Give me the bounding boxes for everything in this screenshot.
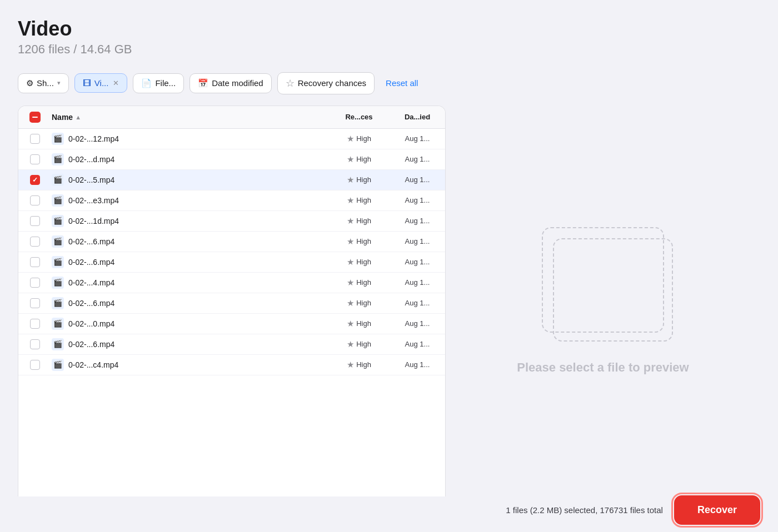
sort-arrow-icon: ▲ (75, 114, 81, 121)
row-checkbox[interactable] (18, 237, 52, 247)
page-header: Video 1206 files / 14.64 GB (18, 18, 760, 57)
date-value: Aug 1... (390, 340, 445, 348)
table-header: Name ▲ Re...ces Da...ied (18, 106, 445, 129)
recovery-value: ★ High (328, 154, 390, 164)
row-checkbox[interactable] (18, 195, 52, 205)
table-row[interactable]: 🎬0-02-...d.mp4★ HighAug 1... (18, 149, 445, 170)
file-icon: 📄 (141, 78, 152, 88)
checkbox[interactable] (30, 278, 40, 288)
date-value: Aug 1... (390, 217, 445, 225)
table-row[interactable]: 🎬0-02-...5.mp4★ HighAug 1... (18, 170, 445, 190)
date-value: Aug 1... (390, 278, 445, 287)
star-icon: ★ (347, 216, 354, 226)
checkbox[interactable] (30, 319, 40, 329)
file-type-icon: 🎬 (52, 359, 64, 371)
preview-placeholder (542, 227, 664, 333)
recovery-value: ★ High (328, 237, 390, 247)
row-checkbox[interactable] (18, 175, 52, 185)
file-type-icon: 🎬 (52, 277, 64, 289)
file-list-panel: Name ▲ Re...ces Da...ied 🎬0-02-...12.mp4… (18, 106, 446, 496)
recovery-value: ★ High (328, 339, 390, 349)
file-name: 🎬0-02-...c4.mp4 (52, 359, 328, 371)
date-value: Aug 1... (390, 319, 445, 328)
checkbox[interactable] (30, 339, 40, 349)
file-type-icon: 🎬 (52, 256, 64, 268)
file-name: 🎬0-02-...e3.mp4 (52, 194, 328, 207)
file-filter-button[interactable]: 📄 File... (133, 73, 184, 93)
checkbox[interactable] (30, 298, 40, 308)
row-checkbox[interactable] (18, 298, 52, 308)
file-name: 🎬0-02-...0.mp4 (52, 318, 328, 330)
recovery-value: ★ High (328, 175, 390, 185)
row-checkbox[interactable] (18, 319, 52, 329)
file-filter-label: File... (155, 78, 176, 88)
row-checkbox[interactable] (18, 154, 52, 164)
recovery-value: ★ High (328, 298, 390, 308)
show-filter-label: Sh... (37, 78, 54, 88)
date-filter-button[interactable]: 📅 Date modified (189, 73, 272, 93)
date-filter-label: Date modified (212, 78, 263, 88)
chevron-down-icon: ▾ (57, 79, 61, 87)
checkbox[interactable] (30, 360, 40, 370)
table-row[interactable]: 🎬0-02-...0.mp4★ HighAug 1... (18, 314, 445, 334)
recovery-filter-label: Recovery chances (298, 78, 366, 88)
recovery-value: ★ High (328, 257, 390, 267)
date-value: Aug 1... (390, 360, 445, 369)
date-value: Aug 1... (390, 134, 445, 143)
file-type-icon: 🎬 (52, 297, 64, 309)
star-icon: ★ (347, 154, 354, 164)
star-icon: ★ (347, 257, 354, 267)
table-row[interactable]: 🎬0-02-...c4.mp4★ HighAug 1... (18, 355, 445, 375)
file-name: 🎬0-02-...1d.mp4 (52, 215, 328, 227)
file-name: 🎬0-02-...12.mp4 (52, 133, 328, 145)
minus-checkbox[interactable] (29, 112, 41, 123)
table-row[interactable]: 🎬0-02-...6.mp4★ HighAug 1... (18, 293, 445, 314)
video-filter-label: Vi... (94, 78, 109, 88)
select-all-checkbox[interactable] (18, 112, 52, 123)
close-icon[interactable]: ✕ (113, 79, 119, 87)
filter-icon: ⚙ (26, 78, 33, 88)
checkbox[interactable] (30, 216, 40, 226)
calendar-icon: 📅 (198, 78, 208, 88)
star-icon: ★ (347, 360, 354, 370)
row-checkbox[interactable] (18, 216, 52, 226)
recovery-value: ★ High (328, 195, 390, 205)
checkbox[interactable] (30, 237, 40, 247)
file-rows[interactable]: 🎬0-02-...12.mp4★ HighAug 1...🎬0-02-...d.… (18, 129, 445, 496)
file-name: 🎬0-02-...6.mp4 (52, 297, 328, 309)
table-row[interactable]: 🎬0-02-...e3.mp4★ HighAug 1... (18, 190, 445, 211)
star-icon: ★ (347, 339, 354, 349)
show-filter-button[interactable]: ⚙ Sh... ▾ (18, 73, 69, 93)
video-filter-button[interactable]: 🎞 Vi... ✕ (74, 73, 128, 93)
checkbox[interactable] (30, 154, 40, 164)
recovery-value: ★ High (328, 360, 390, 370)
table-row[interactable]: 🎬0-02-...4.mp4★ HighAug 1... (18, 273, 445, 293)
recovery-value: ★ High (328, 216, 390, 226)
checkbox[interactable] (30, 175, 40, 185)
checkbox[interactable] (30, 134, 40, 144)
file-name: 🎬0-02-...5.mp4 (52, 174, 328, 186)
row-checkbox[interactable] (18, 339, 52, 349)
toolbar: ⚙ Sh... ▾ 🎞 Vi... ✕ 📄 File... 📅 Date mod… (18, 72, 760, 94)
row-checkbox[interactable] (18, 278, 52, 288)
file-type-icon: 🎬 (52, 215, 64, 227)
row-checkbox[interactable] (18, 360, 52, 370)
file-type-icon: 🎬 (52, 133, 64, 145)
table-row[interactable]: 🎬0-02-...1d.mp4★ HighAug 1... (18, 211, 445, 232)
date-value: Aug 1... (390, 196, 445, 204)
checkbox[interactable] (30, 195, 40, 205)
row-checkbox[interactable] (18, 134, 52, 144)
table-row[interactable]: 🎬0-02-...6.mp4★ HighAug 1... (18, 252, 445, 273)
recovery-filter-button[interactable]: ☆ Recovery chances (277, 72, 375, 94)
date-value: Aug 1... (390, 258, 445, 266)
table-row[interactable]: 🎬0-02-...12.mp4★ HighAug 1... (18, 129, 445, 149)
star-icon: ★ (347, 134, 354, 144)
star-icon: ★ (347, 237, 354, 247)
name-column-header[interactable]: Name ▲ (52, 113, 328, 122)
reset-all-button[interactable]: Reset all (383, 74, 420, 92)
recover-button[interactable]: Recover (674, 495, 760, 525)
row-checkbox[interactable] (18, 257, 52, 267)
table-row[interactable]: 🎬0-02-...6.mp4★ HighAug 1... (18, 232, 445, 252)
checkbox[interactable] (30, 257, 40, 267)
table-row[interactable]: 🎬0-02-...6.mp4★ HighAug 1... (18, 334, 445, 355)
